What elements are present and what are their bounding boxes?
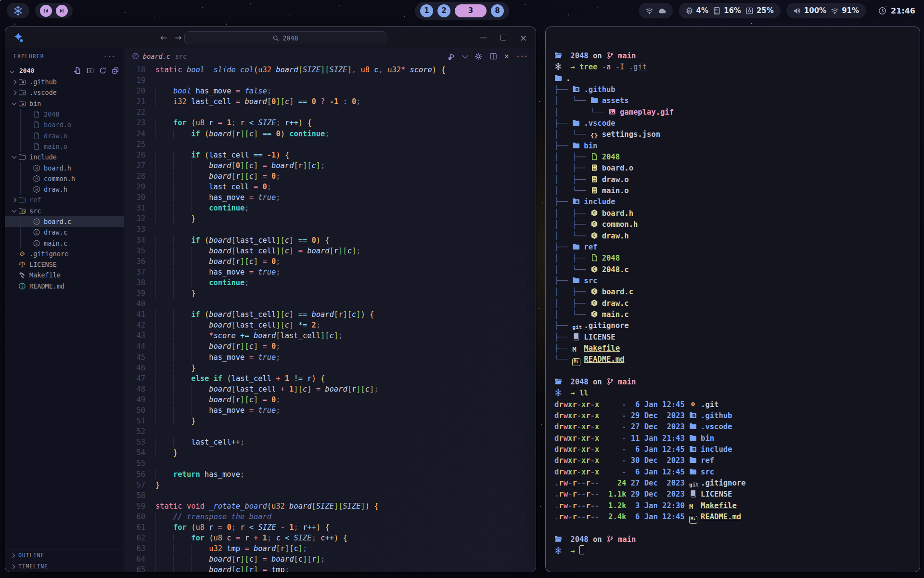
tab-board-c[interactable]: board.c	[143, 53, 170, 60]
code-line-35[interactable]: 35 board[last_cell][c] = board[r][c];	[124, 246, 536, 256]
maximize-button[interactable]	[500, 35, 506, 40]
workspace-2[interactable]: 2	[437, 4, 450, 17]
code-line-60[interactable]: 60 // transpose the board	[124, 512, 536, 522]
wifi-strength-icon[interactable]	[831, 7, 839, 15]
launcher-button[interactable]	[7, 3, 29, 18]
code-line-43[interactable]: 43 *score += board[last_cell][c];	[124, 330, 536, 341]
code-line-33[interactable]: 33	[124, 224, 536, 235]
sidebar-item--gitignore[interactable]: .gitignore	[5, 249, 124, 259]
timeline-panel[interactable]: TIMELINE	[5, 561, 124, 572]
minimize-button[interactable]: —	[480, 33, 487, 42]
volume-icon[interactable]	[793, 7, 801, 15]
code-line-20[interactable]: 20 bool has_move = false;	[124, 86, 536, 96]
nav-back-button[interactable]: ←	[160, 33, 167, 42]
settings-gear-button[interactable]	[475, 53, 482, 60]
code-line-26[interactable]: 26 if (last_cell == -1) {	[124, 150, 536, 160]
explorer-root-folder[interactable]: 2048	[5, 65, 124, 77]
code-line-34[interactable]: 34 if (board[last_cell][c] == 0) {	[124, 235, 536, 246]
code-line-29[interactable]: 29 last_cell = 0;	[124, 182, 536, 192]
code-line-58[interactable]: 58	[124, 490, 536, 501]
sidebar-item-ref[interactable]: ref	[5, 195, 124, 205]
explorer-more-button[interactable]: ···	[103, 53, 116, 60]
code-line-56[interactable]: 56 return has_move;	[124, 469, 536, 480]
run-code-button[interactable]	[448, 53, 456, 60]
code-line-47[interactable]: 47 else if (last_cell + 1 != r) {	[124, 373, 536, 384]
close-button[interactable]: ×	[520, 33, 527, 43]
code-line-53[interactable]: 53 last_cell++;	[124, 437, 536, 447]
code-line-30[interactable]: 30 has_move = true;	[124, 192, 536, 203]
sidebar-item-readme-md[interactable]: README.md	[5, 281, 124, 291]
terminal-window[interactable]: 2048 on main → tree -a -I .git.├── .gith…	[545, 26, 920, 572]
sidebar-item-board-o[interactable]: board.o	[5, 119, 124, 130]
sidebar-item-makefile[interactable]: Makefile	[5, 270, 124, 280]
code-line-44[interactable]: 44 board[r][c] = 0;	[124, 341, 536, 352]
code-line-51[interactable]: 51 }	[124, 416, 536, 426]
code-line-55[interactable]: 55	[124, 458, 536, 469]
code-line-54[interactable]: 54 }	[124, 447, 536, 458]
code-line-24[interactable]: 24 if (board[r][c] == 0) continue;	[124, 129, 536, 139]
sidebar-item-draw-c[interactable]: Cdraw.c	[5, 227, 124, 237]
sidebar-item-license[interactable]: LICENSE	[5, 259, 124, 270]
code-line-61[interactable]: 61 for (u8 r = 0; r < SIZE - 1; r++) {	[124, 522, 536, 533]
code-line-41[interactable]: 41 if (board[last_cell][c] == board[r][c…	[124, 309, 536, 320]
outline-panel[interactable]: OUTLINE	[5, 550, 124, 561]
code-line-64[interactable]: 64 board[r][c] = board[c][r];	[124, 554, 536, 565]
sidebar-item-2048[interactable]: 2048	[5, 109, 124, 119]
code-line-49[interactable]: 49 board[r][c] = 0;	[124, 394, 536, 405]
code-line-28[interactable]: 28 board[r][c] = 0;	[124, 171, 536, 182]
code-line-21[interactable]: 21 i32 last_cell = board[0][c] == 0 ? -1…	[124, 96, 536, 107]
code-line-25[interactable]: 25	[124, 139, 536, 150]
sidebar-item-src[interactable]: {}src	[5, 206, 124, 216]
sidebar-item-draw-o[interactable]: draw.o	[5, 130, 124, 141]
sidebar-item-common-h[interactable]: Hcommon.h	[5, 173, 124, 184]
close-editor-button[interactable]: ×	[504, 52, 509, 61]
sidebar-item-include[interactable]: include	[5, 152, 124, 162]
code-line-22[interactable]: 22	[124, 107, 536, 118]
workspace-1[interactable]: 1	[420, 4, 433, 17]
sidebar-item-board-h[interactable]: Hboard.h	[5, 162, 124, 173]
run-dropdown-icon[interactable]	[462, 53, 468, 59]
sidebar-item--vscode[interactable]: .vscode	[5, 87, 124, 98]
code-line-38[interactable]: 38 continue;	[124, 277, 536, 288]
sidebar-item-main-c[interactable]: Cmain.c	[5, 237, 124, 248]
code-editor[interactable]: 18static bool _slide_col(u32 board[SIZE]…	[124, 64, 536, 572]
more-actions-button[interactable]: ···	[516, 53, 528, 60]
code-line-39[interactable]: 39 }	[124, 288, 536, 299]
code-line-65[interactable]: 65 board[c][r] = tmp;	[124, 565, 536, 572]
workspace-3[interactable]: 3	[455, 4, 487, 17]
code-line-48[interactable]: 48 board[last_cell + 1][c] = board[r][c]…	[124, 384, 536, 394]
media-next-button[interactable]	[56, 5, 68, 17]
code-line-45[interactable]: 45 has_move = true;	[124, 352, 536, 363]
collapse-folders-button[interactable]	[112, 67, 119, 74]
new-file-button[interactable]	[74, 67, 81, 74]
refresh-explorer-button[interactable]	[99, 67, 106, 74]
code-line-37[interactable]: 37 has_move = true;	[124, 267, 536, 277]
code-line-42[interactable]: 42 board[last_cell][c] *= 2;	[124, 320, 536, 330]
code-line-52[interactable]: 52	[124, 426, 536, 437]
new-folder-button[interactable]	[87, 67, 94, 74]
network-tray[interactable]	[639, 3, 673, 18]
command-search-input[interactable]: 2048	[184, 31, 386, 44]
code-line-50[interactable]: 50 has_move = true;	[124, 405, 536, 416]
code-line-23[interactable]: 23 for (u8 r = 1; r < SIZE; r++) {	[124, 118, 536, 128]
code-line-46[interactable]: 46 }	[124, 363, 536, 373]
code-line-40[interactable]: 40	[124, 299, 536, 309]
sidebar-item-board-c[interactable]: Cboard.c	[5, 216, 124, 227]
code-line-63[interactable]: 63 u32 tmp = board[r][c];	[124, 543, 536, 554]
split-editor-button[interactable]	[489, 53, 497, 60]
code-line-62[interactable]: 62 for (u8 c = r + 1; c < SIZE; c++) {	[124, 533, 536, 543]
sidebar-item--github[interactable]: .github	[5, 77, 124, 87]
code-line-36[interactable]: 36 board[r][c] = 0;	[124, 256, 536, 267]
code-line-32[interactable]: 32 }	[124, 213, 536, 224]
workspace-8[interactable]: 8	[491, 4, 504, 17]
code-line-31[interactable]: 31 continue;	[124, 203, 536, 213]
code-line-27[interactable]: 27 board[0][c] = board[r][c];	[124, 160, 536, 171]
code-line-19[interactable]: 19	[124, 75, 536, 86]
sidebar-item-bin[interactable]: bin	[5, 98, 124, 109]
nav-forward-button[interactable]: →	[175, 33, 181, 42]
code-line-57[interactable]: 57}	[124, 480, 536, 490]
sidebar-item-main-o[interactable]: main.o	[5, 141, 124, 152]
vscode-titlebar[interactable]: ← → 2048 — ×	[5, 27, 536, 48]
code-line-18[interactable]: 18static bool _slide_col(u32 board[SIZE]…	[124, 65, 536, 75]
sidebar-item-draw-h[interactable]: Hdraw.h	[5, 184, 124, 195]
